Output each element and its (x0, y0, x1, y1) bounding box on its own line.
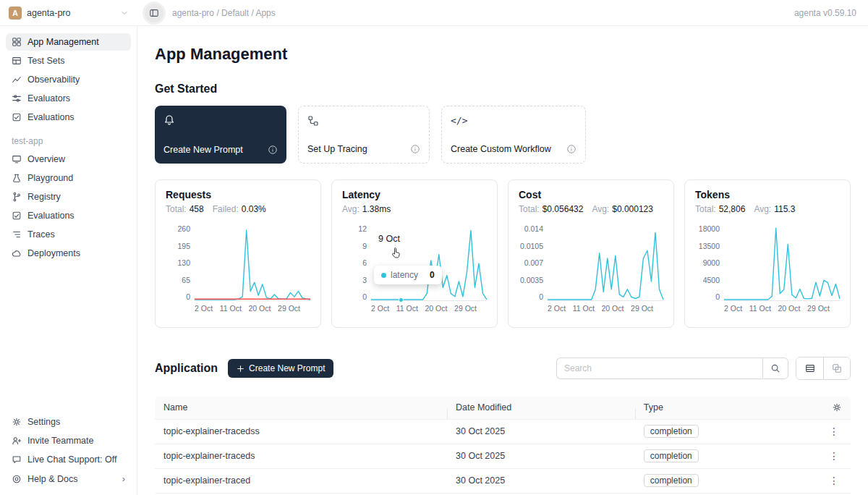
create-new-prompt-card[interactable]: Create New Prompt (155, 106, 286, 164)
sidebar-item-playground[interactable]: Playground (6, 169, 131, 187)
search-input[interactable] (556, 358, 762, 379)
version-label: agenta v0.59.10 (794, 8, 856, 18)
stat-value: $0.000123 (612, 204, 653, 214)
checklist-icon (12, 112, 22, 122)
prompt-bell-icon (163, 114, 278, 126)
set-up-tracing-card[interactable]: Set Up Tracing (298, 106, 430, 164)
sidebar-item-label: Deployments (27, 248, 80, 258)
table-row[interactable]: topic-explainer-tracedss 30 Oct 2025 com… (155, 420, 851, 444)
sidebar-item-overview[interactable]: Overview (6, 151, 131, 168)
cost-chart (548, 224, 663, 301)
stat-label: Avg: (754, 204, 771, 214)
monitor-icon (12, 154, 22, 164)
row-menu-button[interactable]: ⋮ (826, 426, 842, 437)
sidebar-item-invite-teammate[interactable]: Invite Teammate (6, 432, 131, 449)
create-new-prompt-button[interactable]: Create New Prompt (228, 359, 333, 378)
y-axis-labels: 18000 13500 9000 4500 0 (695, 224, 724, 301)
table-row[interactable]: topic-explainer-traced 30 Oct 2025 compl… (155, 469, 851, 494)
y-tick: 13500 (699, 242, 720, 250)
card-label: Create New Prompt (163, 145, 243, 155)
y-tick: 0 (715, 292, 720, 301)
x-axis-labels: 2 Oct 11 Oct 20 Oct 29 Oct (195, 304, 310, 313)
application-header: Application Create New Prompt (155, 352, 851, 385)
chart-line-icon (12, 75, 22, 85)
app-date: 30 Oct 2025 (447, 475, 635, 486)
table-tools (556, 357, 851, 380)
x-tick: 29 Oct (278, 304, 300, 313)
y-tick: 12 (358, 224, 367, 233)
column-settings-gear-icon[interactable] (832, 402, 842, 412)
stat-subtitle: Total: 52,806 Avg: 115.3 (695, 204, 840, 214)
stat-subtitle: Total: $0.056432 Avg: $0.000123 (519, 204, 663, 214)
table-row[interactable]: topic-explainer-traceds 30 Oct 2025 comp… (155, 444, 851, 469)
stat-title: Requests (166, 189, 310, 200)
y-tick: 3 (362, 276, 367, 284)
row-menu-button[interactable]: ⋮ (826, 450, 842, 462)
x-tick: 20 Oct (249, 304, 271, 313)
app-name: topic-explainer-traceds (155, 451, 447, 461)
app-date: 30 Oct 2025 (447, 426, 635, 436)
sidebar-item-label: Traces (27, 229, 55, 240)
get-started-heading: Get Started (155, 82, 851, 96)
stat-title: Latency (342, 189, 487, 200)
y-tick: 0 (186, 292, 190, 301)
stat-title: Tokens (695, 189, 840, 200)
create-custom-workflow-card[interactable]: </> Create Custom Workflow (441, 106, 586, 164)
sidebar-item-deployments[interactable]: Deployments (6, 245, 131, 262)
sidebar-item-test-sets[interactable]: Test Sets (6, 52, 131, 69)
x-tick: 29 Oct (807, 304, 830, 313)
app-date: 30 Oct 2025 (447, 451, 635, 461)
stat-card-requests: Requests Total: 458 Failed: 0.03% 260 19… (155, 179, 321, 328)
sidebar-item-label: Overview (27, 154, 65, 164)
sidebar-item-observability[interactable]: Observability (6, 71, 131, 88)
y-tick: 9 (362, 242, 367, 250)
type-badge: completion (644, 425, 699, 438)
application-heading: Application (155, 362, 218, 375)
table-header: Name Date Modified Type (155, 397, 851, 420)
sidebar-item-evaluators[interactable]: Evaluators (6, 90, 131, 107)
sidebar-item-label: Test Sets (27, 56, 64, 66)
header-date-modified[interactable]: Date Modified (447, 402, 635, 412)
sidebar-item-settings[interactable]: Settings (6, 413, 131, 431)
search-button[interactable] (762, 358, 788, 379)
user-plus-icon (12, 436, 22, 446)
sidebar-item-traces[interactable]: Traces (6, 226, 131, 243)
header-type[interactable]: Type (635, 402, 802, 412)
x-tick: 2 Oct (371, 304, 389, 313)
chart-area: 260 195 130 65 0 (166, 224, 310, 301)
workspace-name: agenta-pro (27, 8, 70, 18)
sidebar-item-help-docs[interactable]: Help & Docs › (6, 470, 131, 488)
sidebar-item-app-evaluations[interactable]: Evaluations (6, 207, 131, 224)
stat-value: 0.03% (242, 204, 266, 214)
tooltip-series: latency (391, 270, 418, 280)
y-axis-labels: 260 195 130 65 0 (166, 224, 195, 301)
applications-table: Name Date Modified Type topic-explainer-… (155, 397, 851, 495)
sidebar-item-label: Invite Teammate (27, 436, 93, 446)
table-view-button[interactable] (796, 358, 823, 379)
stat-label: Failed: (213, 204, 239, 214)
x-tick: 2 Oct (724, 304, 742, 313)
info-icon[interactable] (268, 145, 278, 155)
info-icon[interactable] (566, 144, 576, 154)
sidebar-toggle-button[interactable] (145, 4, 163, 22)
card-label: Create Custom Workflow (451, 144, 551, 154)
workspace-selector[interactable]: A agenta-pro (0, 7, 137, 20)
y-tick: 4500 (703, 276, 720, 284)
sidebar-item-registry[interactable]: Registry (6, 188, 131, 206)
sidebar-app-section-label: test-app (6, 127, 131, 151)
sidebar-item-app-management[interactable]: App Management (6, 33, 131, 51)
x-tick: 20 Oct (425, 304, 448, 313)
breadcrumb[interactable]: agenta-pro / Default / Apps (172, 8, 276, 18)
y-tick: 130 (177, 258, 190, 267)
sidebar-item-live-chat[interactable]: Live Chat Support: Off (6, 451, 131, 468)
tracing-icon (307, 115, 420, 127)
beaker-icon (12, 173, 22, 183)
info-icon[interactable] (410, 144, 420, 154)
card-view-button[interactable] (823, 358, 850, 379)
stats-row: Requests Total: 458 Failed: 0.03% 260 19… (155, 179, 851, 328)
row-menu-button[interactable]: ⋮ (826, 475, 842, 486)
sidebar-item-evaluations[interactable]: Evaluations (6, 109, 131, 126)
table-icon (12, 56, 22, 66)
header-name[interactable]: Name (155, 402, 447, 412)
app-name: topic-explainer-traced (155, 475, 447, 486)
